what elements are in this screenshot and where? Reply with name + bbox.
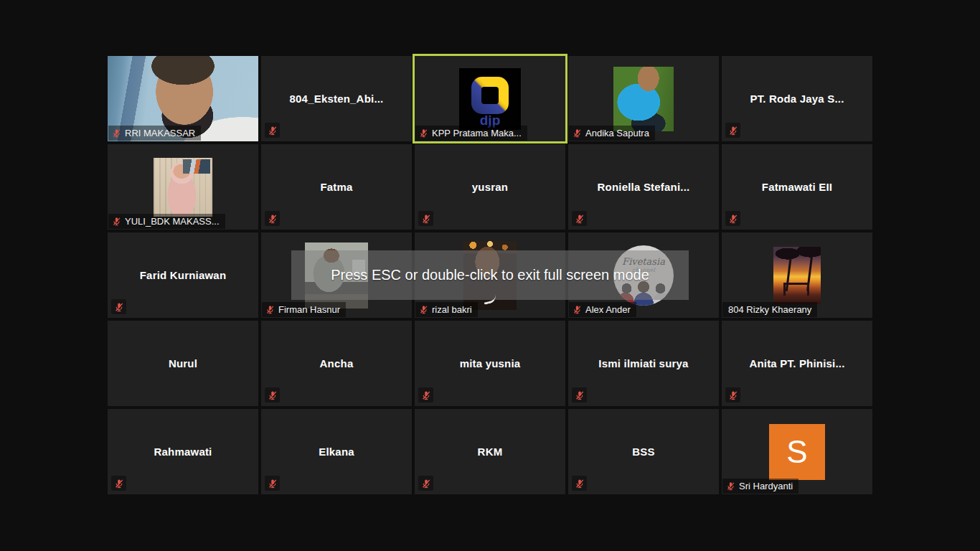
participant-tile[interactable]: YULI_BDK MAKASS... [108,144,258,230]
muted-mic-icon [268,479,278,489]
participant-name: Ismi ilmiati surya [568,321,719,406]
participant-tile[interactable]: Ismi ilmiati surya [568,321,719,406]
participant-name: Farid Kurniawan [108,232,258,318]
participant-name-label: 804 Rizky Khaerany [722,302,817,317]
participant-name: Firman Hasnur [278,304,340,315]
participant-name: Nurul [108,321,258,406]
muted-mic-icon [421,479,431,489]
muted-mic-badge [418,476,433,491]
muted-mic-badge [572,211,587,226]
participant-name-label: YULI_BDK MAKASS... [108,214,225,229]
muted-mic-icon [419,128,428,138]
muted-mic-badge [265,211,280,226]
participant-name: Ancha [261,321,412,406]
muted-mic-icon [268,126,278,136]
participant-name: 804 Rizky Khaerany [728,304,811,315]
muted-mic-badge [725,123,740,138]
participant-name: BSS [568,409,719,494]
participant-name: Sri Hardyanti [739,481,793,491]
profile-photo [773,247,821,304]
participant-name-label: rizal bakri [415,302,478,317]
muted-mic-icon [421,390,431,400]
muted-mic-icon [114,302,124,312]
muted-mic-icon [575,390,585,400]
muted-mic-icon [728,390,738,400]
participant-name: Elkana [261,409,412,494]
muted-mic-badge [418,211,433,226]
muted-mic-icon [112,217,121,226]
muted-mic-icon [573,305,582,314]
participant-name-label: Andika Saputra [569,126,655,141]
participant-tile[interactable]: RKM [415,409,565,494]
meeting-fullscreen-stage: RRI MAKASSAR804_Eksten_Abi...djpKPP Prat… [0,0,980,551]
participant-name-label: KPP Pratama Maka... [415,126,527,141]
participant-tile[interactable]: djpKPP Pratama Maka... [415,56,565,141]
muted-mic-icon [268,390,278,400]
participant-name: Alex Ander [585,304,631,315]
participant-name: rizal bakri [432,304,472,315]
avatar-text: S [786,434,807,470]
muted-mic-icon [573,128,582,138]
participant-tile[interactable]: Roniella Stefani... [568,144,719,230]
muted-mic-icon [421,214,431,224]
muted-mic-badge [111,299,126,314]
participant-name: Anita PT. Phinisi... [722,321,872,406]
participant-tile[interactable]: 804 Rizky Khaerany [722,232,872,318]
muted-mic-icon [112,128,121,138]
participant-name: PT. Roda Jaya S... [722,56,872,141]
participant-name: 804_Eksten_Abi... [261,56,412,141]
participant-name: Andika Saputra [585,128,649,138]
participant-name: Fatma [261,144,412,230]
participant-tile[interactable]: Elkana [261,409,412,494]
participant-tile[interactable]: mita yusnia [415,321,565,406]
participant-name-label: Sri Hardyanti [722,479,798,494]
participant-name: yusran [415,144,565,230]
muted-mic-badge [111,476,126,491]
muted-mic-badge [572,476,587,491]
muted-mic-badge [725,387,740,402]
participant-name: RRI MAKASSAR [125,128,195,138]
fullscreen-exit-overlay: Press ESC or double-click to exit full s… [291,250,689,300]
muted-mic-badge [265,387,280,402]
participant-tile[interactable]: Farid Kurniawan [108,232,258,318]
participant-tile[interactable]: Fatmawati EII [722,144,872,230]
participant-tile[interactable]: yusran [415,144,565,230]
muted-mic-icon [726,481,735,491]
participant-name: Rahmawati [108,409,258,494]
participant-tile[interactable]: BSS [568,409,719,494]
participant-tile[interactable]: PT. Roda Jaya S... [722,56,872,141]
muted-mic-icon [575,479,585,489]
muted-mic-badge [572,387,587,402]
participant-name-label: Alex Ander [569,302,636,317]
participant-tile[interactable]: 804_Eksten_Abi... [261,56,412,141]
participant-name: KPP Pratama Maka... [432,128,522,138]
muted-mic-badge [725,211,740,226]
participant-tile[interactable]: Anita PT. Phinisi... [722,321,872,406]
participant-tile[interactable]: Rahmawati [108,409,258,494]
participant-name-label: Firman Hasnur [262,302,346,317]
participant-tile[interactable]: Nurul [108,321,258,406]
muted-mic-icon [268,214,278,224]
participant-tile[interactable]: Fatma [261,144,412,230]
participant-tile[interactable]: RRI MAKASSAR [108,56,258,141]
participant-name: RKM [415,409,565,494]
muted-mic-icon [114,479,124,489]
muted-mic-badge [265,123,280,138]
participant-name: Fatmawati EII [722,144,872,230]
muted-mic-badge [418,387,433,402]
profile-photo [154,158,212,217]
participant-tile[interactable]: SSri Hardyanti [722,409,872,494]
muted-mic-badge [265,476,280,491]
muted-mic-icon [265,305,275,314]
muted-mic-icon [728,126,738,136]
participant-name: YULI_BDK MAKASS... [125,216,220,227]
participant-name: mita yusnia [415,321,565,406]
participant-tile[interactable]: Ancha [261,321,412,406]
participant-name-label: RRI MAKASSAR [108,126,201,141]
participant-name: Roniella Stefani... [568,144,719,230]
initial-avatar: S [769,424,825,480]
logo-avatar: djp [459,68,521,130]
participant-tile[interactable]: Andika Saputra [568,56,719,141]
muted-mic-icon [728,214,738,224]
muted-mic-icon [419,305,428,314]
